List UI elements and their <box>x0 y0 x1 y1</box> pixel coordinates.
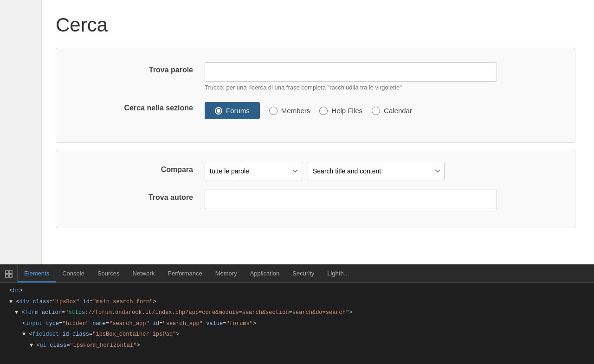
code-line-br: <br> <box>0 286 594 297</box>
cerca-sezione-label: Cerca nella sezione <box>75 100 205 112</box>
tab-lighthouse[interactable]: Lighth… <box>321 265 356 282</box>
members-radio-option[interactable]: Members <box>269 107 310 115</box>
compara-field: tutte le parole Search title and content <box>205 162 556 180</box>
compara-label: Compara <box>75 162 205 174</box>
search-type-select[interactable]: Search title and content <box>308 162 445 180</box>
compara-section: Compara tutte le parole Search title and… <box>56 150 575 228</box>
help-files-radio[interactable] <box>319 107 328 115</box>
calendar-radio-option[interactable]: Calendar <box>372 107 412 115</box>
code-line-fieldset: ▼ <fieldset id class="ipsBox_container i… <box>0 329 594 340</box>
svg-rect-2 <box>6 275 8 277</box>
help-files-label: Help Files <box>331 107 362 115</box>
members-label: Members <box>281 107 310 115</box>
devtools-panel: Elements Console Sources Network Perform… <box>0 264 594 364</box>
svg-rect-0 <box>6 271 8 274</box>
tab-memory[interactable]: Memory <box>209 265 244 282</box>
tab-sources[interactable]: Sources <box>91 265 126 282</box>
hint-text: Trucco: per una ricerca di una frase com… <box>205 84 556 91</box>
code-line-input: <input type="hidden" name="search_app" i… <box>0 319 594 330</box>
trova-parole-field: Trucco: per una ricerca di una frase com… <box>205 62 556 91</box>
left-sidebar <box>0 0 42 264</box>
svg-rect-1 <box>9 271 12 274</box>
trova-autore-field <box>205 190 556 209</box>
trova-autore-row: Trova autore <box>75 190 556 209</box>
tab-performance[interactable]: Performance <box>161 265 208 282</box>
code-line-form: ▼ <form action="https://forum.ondarock.i… <box>0 307 594 319</box>
tab-console[interactable]: Console <box>56 265 91 282</box>
calendar-label: Calendar <box>384 107 412 115</box>
calendar-radio[interactable] <box>372 107 380 115</box>
tab-security[interactable]: Security <box>286 265 321 282</box>
devtools-inspect-icon[interactable] <box>0 265 18 282</box>
select-group: tutte le parole Search title and content <box>205 162 556 180</box>
members-radio[interactable] <box>269 107 278 115</box>
tab-network[interactable]: Network <box>126 265 161 282</box>
tab-application[interactable]: Application <box>244 265 286 282</box>
radio-group: Forums Members Help Files <box>205 102 556 119</box>
cerca-sezione-row: Cerca nella sezione Forums Members <box>75 100 556 119</box>
trova-autore-label: Trova autore <box>75 190 205 202</box>
forums-radio[interactable]: Forums <box>205 102 260 119</box>
search-section: Trova parole Trucco: per una ricerca di … <box>56 48 575 143</box>
trova-parole-input[interactable] <box>205 62 497 82</box>
page-title: Cerca <box>56 14 575 36</box>
compara-row: Compara tutte le parole Search title and… <box>75 162 556 180</box>
trova-parole-row: Trova parole Trucco: per una ricerca di … <box>75 62 556 91</box>
tab-elements[interactable]: Elements <box>18 265 56 282</box>
help-files-radio-option[interactable]: Help Files <box>319 107 362 115</box>
code-line-ul: ▼ <ul class="ipsForm_horizontal"> <box>0 340 594 351</box>
svg-rect-3 <box>9 275 12 277</box>
cerca-sezione-field: Forums Members Help Files <box>205 100 556 119</box>
forums-label: Forums <box>226 107 250 115</box>
tutte-parole-select[interactable]: tutte le parole <box>205 162 302 180</box>
devtools-toolbar: Elements Console Sources Network Perform… <box>0 265 594 283</box>
devtools-code-content: <br> ▼ <div class="ipsBox" id="main_sear… <box>0 283 594 364</box>
trova-parole-label: Trova parole <box>75 62 205 74</box>
trova-autore-input[interactable] <box>205 190 497 209</box>
code-line-div: ▼ <div class="ipsBox" id="main_search_fo… <box>0 297 594 308</box>
